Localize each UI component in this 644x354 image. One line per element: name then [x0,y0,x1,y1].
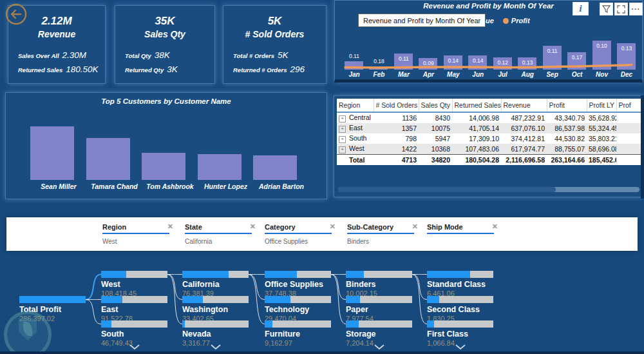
more-options-icon[interactable]: ··· [629,3,643,15]
bar-group-oct: 0.17 [565,25,589,70]
back-button[interactable] [5,3,28,26]
tree-node-label: Paper [346,305,412,314]
tree-node-binders[interactable]: Binders10,002.15 [346,271,412,297]
legend-item-profit[interactable]: Profit [503,17,530,25]
region-matrix-panel: Region# Sold OrdersSales QtyReturned Sal… [334,95,644,197]
data-label: 0.11 [342,53,366,59]
value-cell: 34820 [419,155,452,166]
tree-node-label: Technology [265,305,331,314]
data-label: 0.14 [466,57,490,64]
value-cell: 10368 [419,144,452,155]
focus-mode-icon[interactable] [614,3,628,15]
expand-level-button-region[interactable] [129,341,140,348]
region-name: Central [349,113,371,121]
slicer-remove-button[interactable]: ✕ [491,222,499,231]
tree-node-value: 9,162.97 [265,339,331,347]
column-header-prof[interactable]: Prof [616,99,642,112]
tree-node-furniture[interactable]: Furniture9,162.97 [265,320,331,347]
table-row-central: +Central1136843014,006.98487,232.9143,34… [337,112,642,123]
kpi-detail-label: Sales Over All [18,52,59,59]
info-icon[interactable]: i [573,2,589,15]
kpi-detail-returned-qty: Returned Qty3K [125,63,214,75]
slicer-remove-button[interactable]: ✕ [411,222,419,231]
column-header-region[interactable]: Region [337,99,374,112]
slicer-remove-button[interactable]: ✕ [249,222,257,231]
column-header-returned-sales[interactable]: Returned Sales [452,99,501,112]
region-name: West [349,144,365,152]
value-cell: 14,006.98 [452,112,501,123]
data-label: 0.09 [416,60,440,66]
tree-node-label: Second Class [427,305,493,314]
tree-node-office-supplies[interactable]: Office Supplies37,748.38 [265,271,331,297]
column-header-sold-orders[interactable]: # Sold Orders [374,99,419,112]
region-name: East [349,124,363,132]
value-cell [616,144,642,155]
legend-label: Profit [511,17,530,25]
kpi-detail-value: 3K [167,64,178,74]
expand-row-button[interactable]: + [339,126,346,133]
table-row-west: +West142210368107,483.06617,974.7788,755… [337,144,642,155]
bar-group-apr: 0.09 [416,25,440,70]
tree-node-label: California [182,280,249,289]
slicer-category: Category✕Office Supplies [265,222,337,245]
expand-row-button[interactable]: + [339,146,346,153]
value-cell [616,155,642,166]
tree-node-standard-class[interactable]: Standard Class6,461.06 [427,271,493,297]
slicer-header: Sub-Category✕ [347,222,419,231]
value-cell: 637,076.10 [501,123,547,133]
customer-bar-tamara-chand[interactable] [86,138,130,180]
bar-group-aug: 0.13 [515,25,540,70]
column-header-revenue[interactable]: Revenue [501,99,547,112]
slicer-remove-button[interactable]: ✕ [328,222,337,231]
value-cell: 5947 [419,133,452,144]
tree-node-bar-fill [182,296,203,303]
tree-node-bar-fill [182,271,229,278]
matrix-horizontal-scrollbar[interactable] [338,187,639,192]
tree-node-bar [346,271,412,278]
tree-node-west[interactable]: West108,418.45 [101,271,167,297]
tree-node-second-class[interactable]: Second Class1,830.25 [427,296,493,322]
column-header-profit[interactable]: Profit [547,99,587,112]
tree-node-bar-fill [265,271,297,278]
kpi-details: Total # Orders5KReturned # Orders296 [223,49,326,75]
tree-node-bar [265,296,331,303]
kpi-detail-value: 5K [278,50,289,60]
tree-node-washington[interactable]: Washington33,402.65 [182,296,249,322]
customer-bar-hunter-lopez[interactable] [198,154,242,180]
expand-level-button-sub-category[interactable] [374,341,385,348]
tree-node-technology[interactable]: Technology29,470.04 [265,296,331,322]
customer-bar-sean-miller[interactable] [30,126,74,180]
column-header-profit-ly[interactable]: Profit LY [587,99,616,112]
page-bottom-border [0,351,644,354]
slicer-selected-value: Binders [347,238,419,245]
slicer-remove-button[interactable]: ✕ [166,222,175,231]
expand-row-button[interactable]: + [339,115,346,123]
tree-node-bar-fill [346,320,359,328]
customer-bar-tom-ashbrook[interactable] [142,153,185,180]
slicer-field-label: Region [102,223,126,231]
tree-node-paper[interactable]: Paper7,977.54 [346,296,412,322]
value-cell: 55,324.45 [587,123,616,133]
axis-label-tom-ashbrook: Tom Ashbrook [139,182,201,190]
expand-row-button[interactable]: + [339,136,346,143]
revenue-bar-feb[interactable] [369,66,388,70]
watermark-logo [4,311,52,354]
customer-bar-adrian-barton[interactable] [253,155,297,180]
tree-node-east[interactable]: East91,522.78 [101,296,167,322]
tree-node-california[interactable]: California76,381.39 [182,271,249,297]
axis-label-may: May [441,71,466,78]
slicer-field-label: Category [265,223,296,231]
kpi-detail-returned-sales: Returned Sales180.50K [18,63,105,75]
bar-group-may: 0.14 [441,25,466,70]
customers-chart-plot [12,124,321,180]
scrollbar-thumb[interactable] [338,187,556,192]
slicer-field-label: State [185,223,202,231]
expand-level-button-ship-mode[interactable] [455,341,466,348]
bar-group-jan: 0.11 [342,25,366,70]
kpi-detail-total-orders: Total # Orders5K [233,49,326,61]
expand-level-button-state[interactable] [210,341,222,348]
revenue-bar-jan[interactable] [345,61,363,70]
filter-icon[interactable] [600,3,613,15]
column-header-sales-qty[interactable]: Sales Qty [419,99,452,112]
value-cell: 617,974.77 [501,144,547,155]
